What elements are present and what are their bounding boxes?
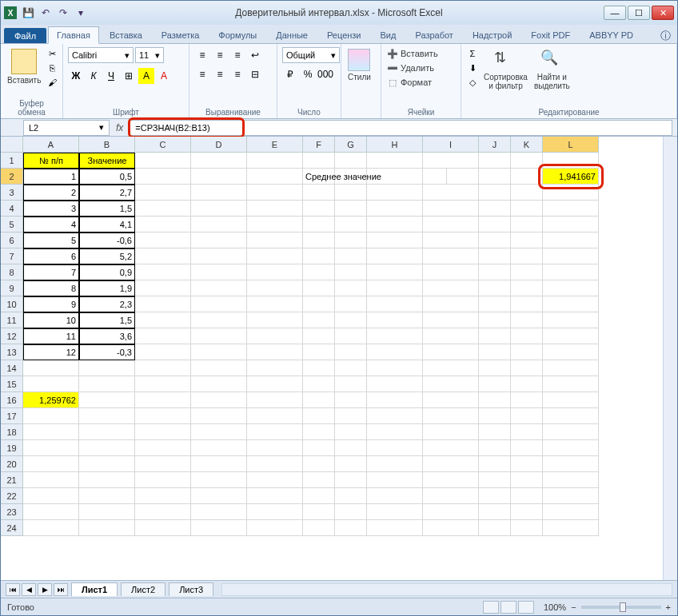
cell-F23[interactable] bbox=[303, 504, 335, 520]
number-format-select[interactable]: Общий▾ bbox=[282, 47, 340, 63]
formula-input[interactable]: =СРЗНАЧ(B2:B13) bbox=[130, 120, 672, 136]
cell-A18[interactable] bbox=[23, 424, 79, 440]
cell-B8[interactable]: 0,9 bbox=[79, 264, 135, 280]
tab-addins[interactable]: Надстрой bbox=[464, 26, 520, 43]
col-header-F[interactable]: F bbox=[303, 137, 335, 153]
cell-H14[interactable] bbox=[367, 360, 423, 376]
cell-L14[interactable] bbox=[543, 360, 599, 376]
cell-D4[interactable] bbox=[191, 201, 247, 217]
bold-button[interactable]: Ж bbox=[68, 68, 84, 84]
zoom-out-icon[interactable]: − bbox=[571, 602, 576, 612]
cell-K11[interactable] bbox=[511, 312, 543, 328]
cell-D23[interactable] bbox=[191, 504, 247, 520]
cell-A4[interactable]: 3 bbox=[23, 201, 79, 217]
currency-icon[interactable]: ₽ bbox=[282, 66, 298, 82]
cell-L7[interactable] bbox=[543, 248, 599, 264]
row-header-18[interactable]: 18 bbox=[1, 424, 23, 440]
cell-H10[interactable] bbox=[367, 296, 423, 312]
cell-C7[interactable] bbox=[135, 248, 191, 264]
cell-K13[interactable] bbox=[511, 344, 543, 360]
cell-G7[interactable] bbox=[335, 248, 367, 264]
cell-A3[interactable]: 2 bbox=[23, 185, 79, 201]
cell-D6[interactable] bbox=[191, 232, 247, 248]
cell-B15[interactable] bbox=[79, 376, 135, 392]
cell-C3[interactable] bbox=[135, 185, 191, 201]
cell-G18[interactable] bbox=[335, 424, 367, 440]
cell-F2[interactable]: Среднее значение bbox=[303, 169, 447, 185]
cell-E14[interactable] bbox=[247, 360, 303, 376]
cell-G24[interactable] bbox=[335, 520, 367, 536]
tab-file[interactable]: Файл bbox=[4, 28, 46, 43]
cell-L1[interactable] bbox=[543, 153, 599, 169]
row-header-9[interactable]: 9 bbox=[1, 280, 23, 296]
cell-L3[interactable] bbox=[543, 185, 599, 201]
autosum-icon[interactable]: Σ bbox=[466, 47, 479, 60]
cell-E8[interactable] bbox=[247, 264, 303, 280]
align-center-icon[interactable]: ≡ bbox=[212, 66, 228, 82]
cell-C9[interactable] bbox=[135, 280, 191, 296]
cell-E16[interactable] bbox=[247, 392, 303, 408]
cell-H12[interactable] bbox=[367, 328, 423, 344]
cell-I13[interactable] bbox=[423, 344, 479, 360]
cell-D8[interactable] bbox=[191, 264, 247, 280]
cell-K6[interactable] bbox=[511, 232, 543, 248]
cell-J18[interactable] bbox=[479, 424, 511, 440]
cell-I11[interactable] bbox=[423, 312, 479, 328]
cell-J1[interactable] bbox=[479, 153, 511, 169]
cell-F10[interactable] bbox=[303, 296, 335, 312]
cell-C13[interactable] bbox=[135, 344, 191, 360]
cell-H1[interactable] bbox=[367, 153, 423, 169]
cell-A17[interactable] bbox=[23, 408, 79, 424]
cell-B4[interactable]: 1,5 bbox=[79, 201, 135, 217]
cell-G15[interactable] bbox=[335, 376, 367, 392]
cell-F6[interactable] bbox=[303, 232, 335, 248]
cell-L22[interactable] bbox=[543, 488, 599, 504]
align-left-icon[interactable]: ≡ bbox=[194, 66, 210, 82]
cell-A8[interactable]: 7 bbox=[23, 264, 79, 280]
col-header-I[interactable]: I bbox=[423, 137, 479, 153]
cell-F9[interactable] bbox=[303, 280, 335, 296]
cell-H22[interactable] bbox=[367, 488, 423, 504]
cell-E17[interactable] bbox=[247, 408, 303, 424]
cell-A22[interactable] bbox=[23, 488, 79, 504]
cell-J15[interactable] bbox=[479, 376, 511, 392]
fill-icon[interactable]: ⬇ bbox=[466, 62, 479, 74]
cell-F14[interactable] bbox=[303, 360, 335, 376]
cell-A23[interactable] bbox=[23, 504, 79, 520]
cell-F16[interactable] bbox=[303, 392, 335, 408]
cell-D19[interactable] bbox=[191, 440, 247, 456]
cell-D21[interactable] bbox=[191, 472, 247, 488]
cell-I22[interactable] bbox=[423, 488, 479, 504]
cell-I23[interactable] bbox=[423, 504, 479, 520]
zoom-slider[interactable] bbox=[581, 606, 661, 609]
cell-F3[interactable] bbox=[303, 185, 335, 201]
cell-E4[interactable] bbox=[247, 201, 303, 217]
maximize-button[interactable]: ☐ bbox=[628, 6, 650, 20]
cell-F22[interactable] bbox=[303, 488, 335, 504]
cell-J6[interactable] bbox=[479, 232, 511, 248]
cell-L10[interactable] bbox=[543, 296, 599, 312]
row-header-8[interactable]: 8 bbox=[1, 264, 23, 280]
paste-button[interactable]: Вставить bbox=[6, 47, 42, 86]
cell-G17[interactable] bbox=[335, 408, 367, 424]
cell-B17[interactable] bbox=[79, 408, 135, 424]
cell-I5[interactable] bbox=[423, 217, 479, 232]
select-all-corner[interactable] bbox=[1, 137, 23, 153]
cell-K16[interactable] bbox=[511, 392, 543, 408]
cell-H15[interactable] bbox=[367, 376, 423, 392]
col-header-C[interactable]: C bbox=[135, 137, 191, 153]
cell-H4[interactable] bbox=[367, 201, 423, 217]
cell-D16[interactable] bbox=[191, 392, 247, 408]
cell-L23[interactable] bbox=[543, 504, 599, 520]
cell-L2[interactable]: 1,941667 bbox=[543, 169, 599, 185]
cell-J9[interactable] bbox=[479, 280, 511, 296]
fill-color-button[interactable]: А bbox=[138, 68, 154, 84]
cell-D10[interactable] bbox=[191, 296, 247, 312]
row-header-19[interactable]: 19 bbox=[1, 440, 23, 456]
cell-I16[interactable] bbox=[423, 392, 479, 408]
cell-A14[interactable] bbox=[23, 360, 79, 376]
row-header-5[interactable]: 5 bbox=[1, 217, 23, 232]
cell-E21[interactable] bbox=[247, 472, 303, 488]
cell-D15[interactable] bbox=[191, 376, 247, 392]
cell-H20[interactable] bbox=[367, 456, 423, 472]
